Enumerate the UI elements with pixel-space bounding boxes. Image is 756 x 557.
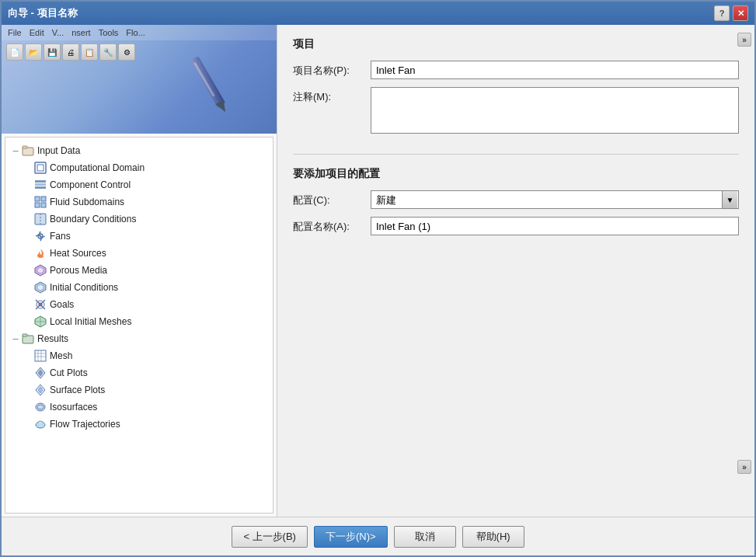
tree-item-results-root[interactable]: ─ Results (9, 330, 270, 347)
svg-rect-7 (35, 180, 46, 183)
svg-rect-14 (35, 214, 46, 225)
expand-goals (23, 299, 33, 310)
next-button[interactable]: 下一步(N)> (314, 526, 388, 548)
toolbar-icon-6[interactable]: ⚙ (118, 44, 135, 61)
flow-trajectories-icon (33, 417, 47, 431)
expand-sp (23, 385, 33, 395)
dialog-content: File Edit V... nsert Tools Flo... 📄 📂 💾 … (2, 25, 754, 517)
tree-item-boundary-conditions[interactable]: Boundary Conditions (21, 211, 270, 228)
tree-item-fluid-subdomains[interactable]: Fluid Subdomains (21, 193, 270, 211)
fluid-subdomains-label: Fluid Subdomains (50, 197, 124, 207)
cancel-button[interactable]: 取消 (394, 526, 456, 548)
heat-sources-label: Heat Sources (50, 248, 106, 259)
titlebar-help-button[interactable]: ? (714, 5, 730, 21)
tree-item-initial-conditions[interactable]: Initial Conditions (21, 279, 270, 296)
back-button[interactable]: < 上一步(B) (232, 526, 308, 548)
results-icon (21, 332, 35, 346)
computational-domain-label: Computational Domain (50, 162, 145, 173)
toolbar-icon-print[interactable]: 🖨 (62, 44, 79, 61)
inputdata-children: Computational Domain Component Con (9, 159, 270, 330)
tree-item-goals[interactable]: Goals (21, 296, 270, 313)
tree-area[interactable]: ─ Input Data (5, 137, 273, 513)
config-name-label: 配置名称(A): (293, 217, 371, 234)
pen-decoration (168, 48, 261, 126)
expand-fans (23, 231, 33, 242)
tree-item-surface-plots[interactable]: Surface Plots (21, 381, 270, 399)
tree-item-heat-sources[interactable]: Heat Sources (21, 245, 270, 262)
cut-plots-label: Cut Plots (50, 367, 88, 378)
expand-bc (23, 214, 33, 225)
section2-title: 要添加项目的配置 (293, 167, 739, 181)
config-label: 配置(C): (293, 190, 371, 207)
tree-item-flow-trajectories[interactable]: Flow Trajectories (21, 416, 270, 433)
divider (293, 154, 739, 155)
expand-iso (23, 402, 33, 413)
window-title: 向导 - 项目名称 (8, 6, 78, 20)
note-row: 注释(M): (293, 87, 739, 134)
menu-insert[interactable]: nsert (71, 28, 90, 37)
domain-icon (33, 161, 47, 175)
cut-plots-icon (33, 366, 47, 380)
tree-item-fans[interactable]: Fans (21, 228, 270, 245)
toolbar-icon-save[interactable]: 💾 (44, 44, 61, 61)
dialog-window: 向导 - 项目名称 ? ✕ File Edit V... nsert Tools… (0, 0, 756, 557)
fluid-subdomains-icon (33, 195, 47, 209)
note-label: 注释(M): (293, 87, 371, 104)
tree-item-local-initial-meshes[interactable]: Local Initial Meshes (21, 313, 270, 330)
toolbar-icon-open[interactable]: 📂 (25, 44, 42, 61)
menu-flow[interactable]: Flo... (126, 28, 145, 37)
scroll-top-indicator[interactable]: » (737, 33, 751, 47)
menu-bar: File Edit V... nsert Tools Flo... (2, 25, 277, 40)
svg-marker-20 (37, 284, 44, 291)
mesh-icon (33, 349, 47, 363)
tree-item-component-control[interactable]: Component Control (21, 176, 270, 193)
expand-ft (23, 419, 33, 430)
project-name-input[interactable] (371, 61, 739, 79)
project-name-row: 项目名称(P): (293, 61, 739, 79)
config-name-input[interactable] (371, 217, 739, 235)
surface-plots-label: Surface Plots (50, 385, 105, 395)
svg-rect-6 (37, 165, 44, 171)
svg-rect-10 (35, 197, 40, 201)
tree-item-computational-domain[interactable]: Computational Domain (21, 159, 270, 176)
svg-rect-5 (35, 162, 46, 173)
svg-rect-4 (23, 146, 27, 148)
title-bar: 向导 - 项目名称 ? ✕ (2, 2, 754, 25)
config-row: 配置(C): 新建 ▼ (293, 190, 739, 209)
menu-view[interactable]: V... (52, 28, 64, 37)
toolbar-icon-new[interactable]: 📄 (6, 44, 23, 61)
expand-lim (23, 316, 33, 327)
svg-rect-8 (35, 183, 46, 186)
isosurfaces-icon (33, 400, 47, 414)
config-select[interactable]: 新建 (371, 190, 739, 209)
button-bar: < 上一步(B) 下一步(N)> 取消 帮助(H) (2, 517, 754, 555)
tree-item-isosurfaces[interactable]: Isosurfaces (21, 399, 270, 416)
note-textarea[interactable] (371, 87, 739, 134)
menu-tools[interactable]: Tools (99, 28, 119, 37)
section1-title: 项目 (293, 37, 739, 51)
tree-item-inputdata-root[interactable]: ─ Input Data (9, 142, 270, 159)
expand-inputdata[interactable]: ─ (10, 145, 21, 156)
toolbar-icon-copy[interactable]: 📋 (81, 44, 98, 61)
local-initial-meshes-icon (33, 315, 47, 329)
porous-media-icon (33, 263, 47, 277)
results-label: Results (37, 333, 68, 344)
config-name-row: 配置名称(A): (293, 217, 739, 235)
boundary-conditions-label: Boundary Conditions (50, 214, 136, 225)
expand-cp (23, 367, 33, 378)
fans-label: Fans (50, 231, 71, 242)
expand-results[interactable]: ─ (10, 333, 21, 344)
menu-file[interactable]: File (8, 28, 22, 37)
tree-item-mesh[interactable]: Mesh (21, 347, 270, 364)
help-button[interactable]: 帮助(H) (462, 526, 524, 548)
tree-item-porous-media[interactable]: Porous Media (21, 262, 270, 279)
isosurfaces-label: Isosurfaces (50, 402, 97, 413)
svg-rect-11 (41, 197, 46, 201)
svg-marker-18 (37, 267, 44, 273)
toolbar-icon-5[interactable]: 🔧 (99, 44, 117, 61)
titlebar-close-button[interactable]: ✕ (733, 5, 748, 21)
goals-icon (33, 298, 47, 312)
scroll-bottom-indicator[interactable]: » (737, 460, 751, 474)
tree-item-cut-plots[interactable]: Cut Plots (21, 364, 270, 381)
menu-edit[interactable]: Edit (30, 28, 44, 37)
